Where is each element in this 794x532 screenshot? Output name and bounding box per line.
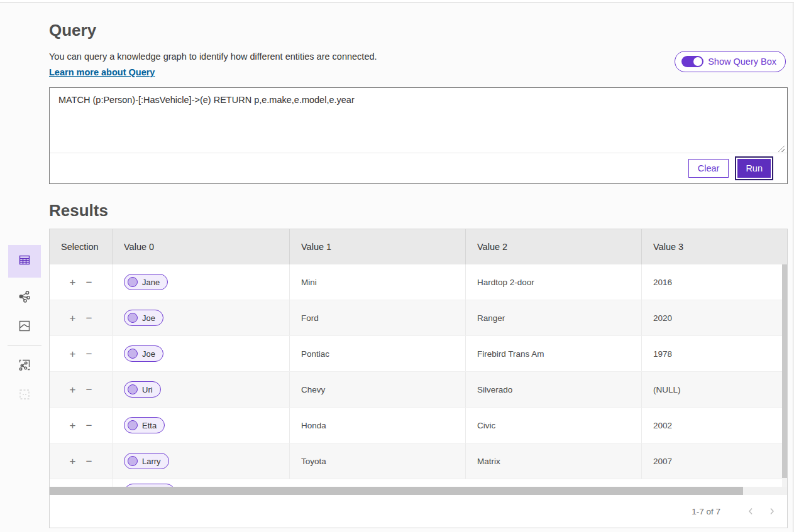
map-graph-view-button[interactable] [15,357,34,376]
column-header-value3: Value 3 [642,229,787,264]
pagination-label: 1-7 of 7 [692,507,720,516]
entity-cell: Joe [113,336,290,371]
column-header-value0: Value 0 [113,229,290,264]
add-row-button[interactable]: + [70,313,76,323]
value-cell: Pontiac [290,336,466,371]
vertical-scrollbar [782,264,787,487]
top-border-line [0,3,794,3]
entity-pill-label: Joe [142,313,155,323]
entity-pill[interactable]: Joe [124,345,163,362]
show-query-box-toggle[interactable]: Show Query Box [675,51,786,72]
selection-cell: + − [50,300,113,335]
entity-cell: Jane [113,264,290,300]
entity-pill-label: Uri [142,385,153,394]
table-view-button[interactable] [8,245,41,278]
column-header-value1: Value 1 [290,229,466,264]
table-row: + − Joe Pontiac Firebird Trans Am 1978 [50,336,787,372]
horizontal-scrollbar [50,487,787,495]
value-cell: Hardtop 2-door [466,264,642,300]
entity-cell: Uri [113,372,290,407]
table-row: + − Uri Chevy Silverado (NULL) [50,372,787,408]
results-title: Results [49,201,788,220]
value-cell: Firebird Trans Am [466,336,642,371]
page-title: Query [49,21,788,40]
entity-pill[interactable]: Uri [124,381,161,398]
entity-pill[interactable]: Jane [124,274,168,290]
entity-pill-label: Jane [142,278,160,287]
horizontal-scrollbar-thumb[interactable] [50,487,743,495]
column-header-selection: Selection [50,229,113,264]
remove-row-button[interactable]: − [86,277,92,288]
entity-pill[interactable]: Joe [124,310,163,326]
value-cell: 2002 [642,408,782,443]
value-cell: Civic [466,408,642,443]
query-box: MATCH (p:Person)-[:HasVehicle]->(e) RETU… [49,87,788,184]
entity-dot-icon [128,313,138,323]
add-row-button[interactable]: + [70,384,76,395]
learn-more-link[interactable]: Learn more about Query [49,67,155,77]
add-row-button[interactable]: + [70,349,76,359]
entity-dot-icon [128,420,138,430]
selection-cell: + − [50,264,113,300]
table-row: + − Jane Mini Hardtop 2-door 2016 [50,264,787,300]
entity-dot-icon [128,456,138,466]
value-cell: 1978 [642,336,782,371]
value-cell: (NULL) [642,372,782,407]
link-chart-view-button[interactable] [15,288,34,307]
remove-row-button[interactable]: − [86,420,92,431]
add-row-button[interactable]: + [70,420,76,431]
value-cell: Silverado [466,372,642,407]
entity-cell: Larry [113,443,290,479]
remove-row-button[interactable]: − [86,384,92,395]
entity-pill-label: Joe [142,349,155,359]
remove-row-button[interactable]: − [86,349,92,359]
view-switcher-sidebar [8,245,41,405]
entity-dot-icon [128,349,138,359]
add-row-button[interactable]: + [70,456,76,467]
entity-cell: Joe [113,300,290,335]
link-chart-icon [17,289,32,307]
value-cell: 2016 [642,264,782,300]
vertical-scrollbar-thumb[interactable] [782,264,787,478]
value-cell: Matrix [466,443,642,479]
value-cell: Honda [290,408,466,443]
toggle-label: Show Query Box [708,57,776,67]
value-cell: Mini [290,264,466,300]
remove-row-button[interactable]: − [86,456,92,467]
selection-cell: + − [50,408,113,443]
next-page-button[interactable] [764,504,780,519]
results-table: Selection Value 0 Value 1 Value 2 Value … [49,229,788,528]
query-textarea[interactable]: MATCH (p:Person)-[:HasVehicle]->(e) RETU… [50,88,787,153]
sidebar-divider [8,345,41,346]
column-header-value2: Value 2 [466,229,642,264]
previous-page-button[interactable] [743,504,758,519]
table-rows-container: + − Jane Mini Hardtop 2-door 2016 + − Jo… [50,264,787,479]
table-footer: 1-7 of 7 [50,495,787,528]
entity-pill-label: Etta [142,421,157,430]
map-view-button[interactable] [15,318,34,337]
entity-pill[interactable]: Larry [124,453,169,469]
dashed-square-icon [17,387,32,404]
value-cell: Toyota [290,443,466,479]
entity-dot-icon [128,277,138,287]
entity-cell: Etta [113,408,290,443]
value-cell: Chevy [290,372,466,407]
table-row: + − Etta Honda Civic 2002 [50,408,787,443]
main-panel: Query You can query a knowledge graph to… [49,21,788,528]
add-row-button[interactable]: + [70,277,76,288]
selection-cell: + − [50,372,113,407]
right-border-line [793,3,793,532]
run-button[interactable]: Run [737,159,771,178]
selection-cell: + − [50,443,113,479]
map-icon [17,318,32,336]
table-icon [17,252,32,270]
entity-dot-icon [128,384,138,394]
value-cell: Ranger [466,300,642,335]
table-row: + − Joe Ford Ranger 2020 [50,300,787,336]
table-header-row: Selection Value 0 Value 1 Value 2 Value … [50,229,787,264]
entity-pill[interactable]: Etta [124,417,165,433]
selection-cell: + − [50,336,113,371]
clear-button[interactable]: Clear [688,159,729,178]
remove-row-button[interactable]: − [86,313,92,323]
entity-pill-label: Larry [142,457,161,466]
